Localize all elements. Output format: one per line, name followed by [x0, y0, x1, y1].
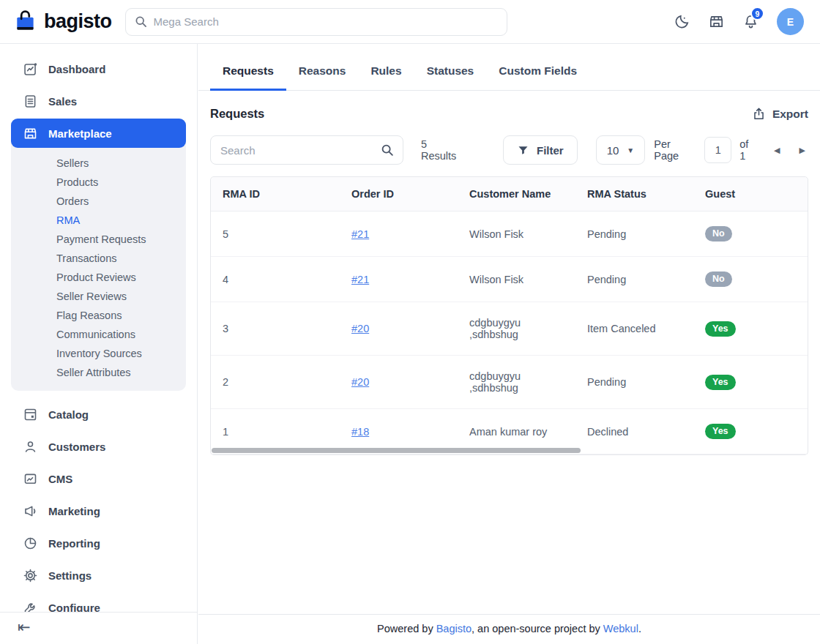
sidebar-item-products[interactable]: Products: [56, 173, 186, 192]
rma-status-cell: Item Canceled: [575, 302, 693, 355]
bagisto-logo[interactable]: bagisto: [13, 10, 112, 34]
previous-page-button[interactable]: ◀: [771, 143, 783, 158]
table-row[interactable]: 3 #20 cdgbuygyu ,sdhbshug Item Canceled …: [211, 302, 808, 356]
page-number-input[interactable]: [704, 137, 731, 163]
guest-badge: No: [705, 272, 732, 287]
tab-rules[interactable]: Rules: [358, 57, 414, 91]
tab-statuses[interactable]: Statuses: [414, 57, 487, 91]
guest-badge: Yes: [705, 375, 736, 390]
grid-search-input[interactable]: [210, 135, 403, 165]
results-count: 5 Results: [421, 138, 463, 162]
next-page-button[interactable]: ▶: [797, 143, 808, 158]
sidebar-item-flag-reasons[interactable]: Flag Reasons: [56, 306, 186, 325]
sidebar-item-catalog[interactable]: Catalog: [11, 400, 186, 429]
brand-name: bagisto: [44, 10, 112, 33]
storefront-icon[interactable]: [708, 13, 725, 30]
datagrid-toolbar: 5 Results Filter 10 ▼ Per Page of 1 ◀ ▶: [198, 132, 820, 176]
rma-status-cell: Pending: [575, 211, 693, 256]
collapse-sidebar-icon[interactable]: ⇤: [18, 618, 31, 635]
dashboard-icon: [23, 61, 38, 77]
sidebar-item-label: Customers: [48, 441, 105, 453]
filter-funnel-icon: [517, 144, 529, 157]
page-of-label: of 1: [739, 138, 756, 162]
webkul-footer-link[interactable]: Webkul: [603, 623, 638, 634]
sidebar-item-product-reviews[interactable]: Product Reviews: [56, 268, 186, 287]
column-header-rma-status: RMA Status: [575, 177, 693, 211]
horizontal-scrollbar-thumb[interactable]: [212, 448, 581, 453]
sales-icon: [23, 94, 38, 109]
filter-label: Filter: [537, 144, 564, 157]
dark-mode-moon-icon[interactable]: [674, 13, 690, 30]
page-header: Requests Export: [198, 91, 820, 132]
sidebar-item-seller-reviews[interactable]: Seller Reviews: [56, 287, 186, 306]
sidebar-item-configure[interactable]: Configure: [11, 593, 186, 612]
notification-count-badge: 9: [750, 7, 764, 20]
order-id-link[interactable]: #20: [351, 323, 369, 334]
search-icon[interactable]: [379, 142, 395, 158]
order-id-link[interactable]: #20: [351, 376, 369, 388]
column-header-order-id: Order ID: [340, 177, 458, 211]
table-row[interactable]: 5 #21 Wilson Fisk Pending No: [211, 211, 808, 257]
tab-custom-fields[interactable]: Custom Fields: [486, 57, 589, 91]
horizontal-scrollbar: [212, 448, 807, 454]
order-id-link[interactable]: #21: [351, 228, 369, 240]
table-row[interactable]: 4 #21 Wilson Fisk Pending No: [211, 257, 808, 302]
footer-text-prefix: Powered by: [377, 623, 436, 634]
sidebar-item-dashboard[interactable]: Dashboard: [11, 54, 186, 83]
sidebar-item-sales[interactable]: Sales: [11, 86, 186, 116]
column-header-customer-name: Customer Name: [458, 177, 575, 211]
sidebar-item-rma[interactable]: RMA: [56, 211, 186, 230]
rma-tabs: Requests Reasons Rules Statuses Custom F…: [198, 44, 820, 91]
storefront-icon: [23, 126, 38, 141]
shopping-bag-logo-icon: [13, 10, 38, 34]
sidebar-item-label: Marketing: [48, 505, 100, 517]
sidebar-item-payment-requests[interactable]: Payment Requests: [56, 230, 186, 249]
order-id-link[interactable]: #18: [351, 426, 369, 438]
user-avatar[interactable]: E: [777, 8, 804, 35]
sidebar-item-seller-attributes[interactable]: Seller Attributes: [56, 363, 186, 382]
export-button[interactable]: Export: [752, 107, 808, 121]
sidebar-item-inventory-sources[interactable]: Inventory Sources: [56, 344, 186, 363]
customer-name-cell: cdgbuygyu ,sdhbshug: [458, 302, 575, 355]
tab-reasons[interactable]: Reasons: [286, 57, 359, 91]
rma-id-cell: 1: [211, 409, 340, 454]
customer-name-cell: Wilson Fisk: [458, 257, 575, 302]
customer-name-cell: Aman kumar roy: [458, 409, 575, 454]
sidebar-item-communications[interactable]: Communications: [56, 325, 186, 344]
guest-badge: Yes: [705, 424, 736, 439]
sidebar-item-marketplace[interactable]: Marketplace: [11, 119, 186, 148]
cms-screen-icon: [23, 471, 38, 487]
sidebar-item-reporting[interactable]: Reporting: [11, 528, 186, 558]
customer-name-cell: cdgbuygyu ,sdhbshug: [458, 356, 575, 408]
top-header: bagisto 9 E: [0, 0, 820, 44]
table-header-row: RMA ID Order ID Customer Name RMA Status…: [211, 177, 808, 211]
customer-name-cell: Wilson Fisk: [458, 211, 575, 256]
mega-search-input[interactable]: [125, 8, 507, 36]
guest-badge: No: [705, 226, 732, 242]
sidebar-item-label: Dashboard: [48, 63, 105, 75]
sidebar-item-cms[interactable]: CMS: [11, 464, 186, 493]
sidebar-item-orders[interactable]: Orders: [56, 192, 186, 211]
bagisto-footer-link[interactable]: Bagisto: [436, 623, 471, 634]
main-content: Requests Reasons Rules Statuses Custom F…: [198, 44, 820, 644]
filter-button[interactable]: Filter: [503, 135, 578, 165]
notifications-bell-icon[interactable]: 9: [742, 13, 759, 30]
megaphone-icon: [23, 503, 38, 519]
order-id-link[interactable]: #21: [351, 274, 369, 285]
sidebar-item-settings[interactable]: Settings: [11, 561, 186, 590]
sidebar-item-label: Sales: [48, 95, 77, 108]
sidebar-item-customers[interactable]: Customers: [11, 432, 186, 461]
sidebar-item-transactions[interactable]: Transactions: [56, 249, 186, 268]
per-page-select[interactable]: 10 ▼: [596, 135, 646, 165]
export-icon: [752, 107, 766, 121]
rma-id-cell: 5: [211, 211, 340, 256]
rma-status-cell: Pending: [575, 257, 693, 302]
rma-status-cell: Pending: [575, 356, 693, 408]
tab-requests[interactable]: Requests: [210, 57, 286, 91]
gear-icon: [23, 568, 38, 583]
footer-text-middle: , an open-source project by: [471, 623, 603, 634]
sidebar: Dashboard Sales Marketplace: [0, 44, 198, 644]
sidebar-item-marketing[interactable]: Marketing: [11, 496, 186, 525]
table-row[interactable]: 2 #20 cdgbuygyu ,sdhbshug Pending Yes: [211, 356, 808, 409]
sidebar-item-sellers[interactable]: Sellers: [56, 154, 186, 173]
